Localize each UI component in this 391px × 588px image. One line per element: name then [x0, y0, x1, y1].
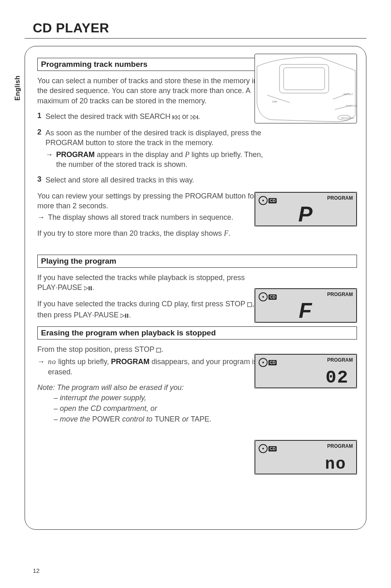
note-item: move the POWER control to TUNER or TAPE.	[54, 414, 273, 424]
step-1-pre: Select the desired track with SEARCH	[45, 112, 173, 121]
overflow-paragraph: If you try to store more than 20 tracks,…	[37, 228, 267, 238]
erase-p1-pre: From the stop position, press STOP	[37, 345, 156, 353]
note-last-power: POWER	[92, 415, 120, 423]
disc-icon	[259, 444, 268, 453]
note-last-tuner: TUNER	[155, 415, 180, 423]
cd-label: CD	[268, 198, 277, 203]
disc-icon	[259, 358, 268, 367]
cd-label: CD	[268, 446, 277, 451]
arrow-icon: →	[37, 212, 48, 222]
step-2-sub-pre: appears in the display and	[95, 150, 185, 159]
program-indicator: PROGRAM	[327, 195, 353, 201]
play-p1-post: .	[92, 283, 94, 292]
play-p1-pre: If you have selected the tracks while pl…	[37, 273, 245, 292]
arrow-icon: →	[45, 150, 56, 170]
section-heading-erasing: Erasing the program when playback is sto…	[37, 326, 357, 340]
f-glyph: F	[224, 229, 228, 237]
arrow-icon: →	[37, 357, 48, 377]
page-title: CD PLAYER	[33, 21, 366, 36]
erase-paragraph: From the stop position, press STOP . → n…	[37, 344, 273, 377]
next-track-icon	[191, 112, 198, 122]
cd-label: CD	[268, 360, 277, 365]
language-tab: English	[14, 75, 21, 100]
cd-indicator: CD	[259, 358, 277, 367]
program-indicator: PROGRAM	[327, 292, 353, 297]
erase-sub-bold: PROGRAM	[111, 358, 150, 366]
play-pause-icon	[84, 283, 92, 293]
step-3-text: Select and store all desired tracks in t…	[45, 175, 275, 185]
note-title: Note: The program will also be erased if…	[37, 383, 184, 392]
content-frame: Programming track numbers You can select…	[25, 46, 366, 530]
svg-text:SHUFFLE: SHUFFLE	[346, 105, 357, 107]
overflow-pre: If you try to store more than 20 tracks,…	[37, 229, 224, 237]
step-1-number: 1	[37, 112, 45, 122]
overflow-post: .	[228, 229, 230, 237]
page-number: 12	[33, 567, 40, 574]
section-heading-playing: Playing the program	[37, 255, 357, 268]
svg-rect-11	[125, 314, 126, 318]
note-list: interrupt the power supply, open the CD …	[37, 392, 273, 424]
note-last-tape: TAPE.	[191, 415, 211, 423]
svg-marker-4	[194, 115, 197, 119]
erase-sub-pre: lights up briefly,	[56, 358, 111, 366]
note-block: Note: The program will also be erased if…	[37, 383, 273, 425]
play-paragraph-2: If you have selected the tracks during C…	[37, 299, 267, 321]
lcd-main-f: F	[255, 300, 356, 321]
title-rule	[25, 38, 366, 39]
step-2-sub: PROGRAM appears in the display and P lig…	[56, 150, 275, 170]
stop-icon	[156, 345, 161, 355]
play-pause-icon	[120, 311, 129, 321]
svg-marker-2	[177, 115, 180, 119]
step-2-number: 2	[37, 128, 45, 169]
prev-track-icon	[173, 112, 180, 122]
lcd-display-f: CD PROGRAM F	[255, 288, 357, 323]
play-paragraph-1: If you have selected the tracks while pl…	[37, 273, 267, 294]
step-3-number: 3	[37, 175, 45, 185]
step-3: 3 Select and store all desired tracks in…	[37, 175, 275, 185]
device-illustration: DBB REPEAT SHUFFLE PROGRAM	[255, 54, 357, 123]
svg-rect-15	[284, 68, 325, 90]
stop-icon	[247, 300, 252, 310]
svg-text:DBB: DBB	[272, 100, 277, 103]
svg-rect-14	[280, 64, 329, 93]
lcd-main-no: no	[255, 456, 356, 473]
lcd-display-no: CD PROGRAM no	[255, 440, 357, 474]
step-2-body: As soon as the number of the desired tra…	[45, 129, 261, 147]
note-last-or: or	[180, 415, 191, 423]
svg-text:PROGRAM: PROGRAM	[341, 117, 354, 119]
review-text: You can review your settings by pressing…	[37, 192, 257, 210]
no-glyph: no	[48, 358, 56, 366]
svg-rect-13	[157, 348, 161, 352]
svg-rect-7	[89, 286, 90, 290]
step-2: 2 As soon as the number of the desired t…	[37, 128, 275, 169]
svg-rect-8	[91, 286, 92, 290]
program-indicator: PROGRAM	[327, 443, 353, 449]
lcd-main-02: 02	[255, 369, 356, 387]
note-last-mid: control to	[120, 415, 155, 423]
erase-p1-post: .	[161, 345, 163, 353]
program-indicator: PROGRAM	[327, 357, 353, 363]
p-glyph: P	[185, 150, 189, 159]
review-sub: The display shows all stored track numbe…	[48, 212, 233, 222]
step-1-mid: or	[180, 112, 191, 121]
cd-indicator: CD	[259, 444, 277, 453]
note-item: interrupt the power supply,	[54, 392, 273, 403]
play-p2-post: .	[129, 311, 131, 319]
erase-sub: no lights up briefly, PROGRAM disappears…	[48, 357, 273, 377]
prog-intro: You can select a number of tracks and st…	[37, 76, 267, 106]
step-1: 1 Select the desired track with SEARCH o…	[37, 112, 275, 122]
svg-marker-1	[173, 115, 176, 119]
svg-marker-10	[120, 314, 124, 318]
step-2-text: As soon as the number of the desired tra…	[45, 128, 275, 169]
step-1-post: .	[198, 112, 200, 121]
lcd-display-p: CD PROGRAM P	[255, 192, 357, 226]
svg-rect-12	[127, 314, 128, 318]
svg-text:REPEAT: REPEAT	[343, 93, 353, 96]
lcd-main-p: P	[255, 203, 356, 225]
program-label-bold: PROGRAM	[56, 150, 95, 159]
svg-rect-9	[248, 303, 252, 307]
step-1-text: Select the desired track with SEARCH or …	[45, 112, 275, 122]
note-last-pre: move the	[60, 415, 92, 423]
cd-label: CD	[268, 294, 277, 300]
note-item: open the CD compartment, or	[54, 403, 273, 414]
